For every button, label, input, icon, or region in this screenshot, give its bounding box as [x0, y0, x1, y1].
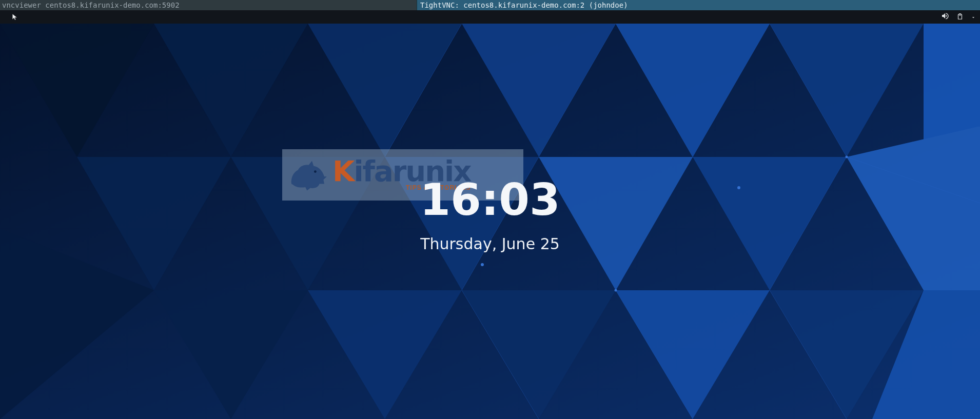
- desktop[interactable]: Kifarunix TIPS & TUTORIALS 16:03 Thursda…: [0, 24, 980, 419]
- vncviewer-window-title[interactable]: vncviewer centos8.kifarunix-demo.com:590…: [0, 0, 417, 10]
- window-titlebar-container: vncviewer centos8.kifarunix-demo.com:590…: [0, 0, 980, 10]
- cursor-icon: [11, 12, 18, 23]
- lockscreen[interactable]: 16:03 Thursday, June 25: [0, 24, 980, 419]
- chevron-down-icon[interactable]: [971, 12, 976, 22]
- clock-time: 16:03: [420, 177, 560, 222]
- tightvnc-window-title[interactable]: TightVNC: centos8.kifarunix-demo.com:2 (…: [417, 0, 980, 10]
- power-icon[interactable]: [956, 12, 964, 22]
- clock-date: Thursday, June 25: [420, 235, 560, 253]
- gnome-topbar: [0, 10, 980, 24]
- volume-icon[interactable]: [941, 12, 949, 22]
- status-area[interactable]: [941, 12, 976, 22]
